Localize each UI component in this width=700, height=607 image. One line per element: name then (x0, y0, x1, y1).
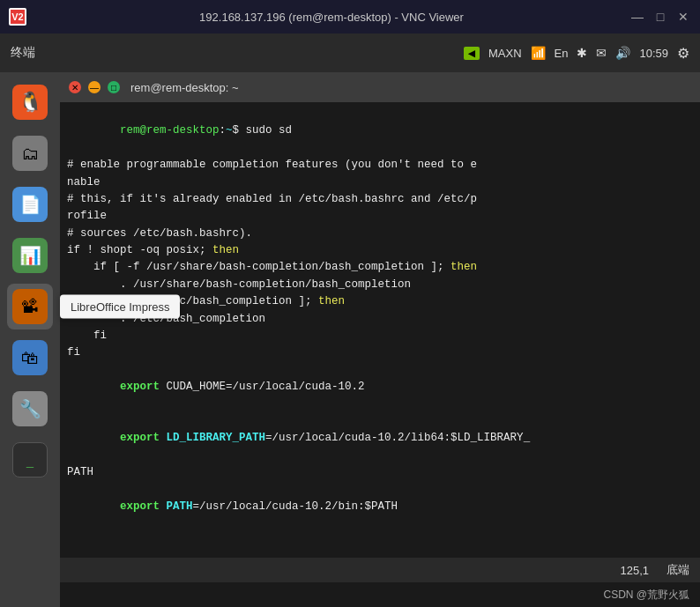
term-line-blank (67, 532, 693, 549)
terminal-status-bar: 125,1 底端 (60, 558, 700, 582)
mail-icon: ✉ (596, 46, 607, 60)
sidebar-item-writer[interactable]: 📄 (7, 181, 53, 227)
sidebar-item-store[interactable]: 🛍 (7, 335, 53, 381)
term-line-prompt: rem@rem-desktop:~$ sudo sd (67, 106, 693, 157)
main-area: 🐧 🗂 📄 📊 📽 LibreOffice Impress 🛍 🔧 _ ✕ (0, 72, 700, 607)
vnc-title-bar: V2 192.168.137.196 (rem@rem-desktop) - V… (0, 0, 700, 33)
terminal-close-btn[interactable]: ✕ (69, 81, 81, 93)
term-line-comment2: nable (67, 174, 693, 191)
taskbar-right: ◀ MAXN 📶 En ✱ ✉ 🔊 10:59 ⚙ (464, 45, 689, 62)
ubuntu-icon: 🐧 (12, 85, 48, 120)
editor-mode: 底端 (666, 562, 689, 578)
wifi-icon: 📶 (531, 46, 546, 60)
term-line-source1: . /usr/share/bash-completion/bash_comple… (67, 277, 693, 293)
store-icon: 🛍 (12, 340, 48, 375)
sidebar-item-settings[interactable]: 🔧 (7, 386, 53, 432)
window-title: 192.168.137.196 (rem@rem-desktop) - VNC … (34, 11, 629, 24)
term-line-if: if ! shopt -oq posix; then (67, 242, 693, 259)
terminal-window: ✕ — □ rem@rem-desktop: ~ rem@rem-desktop… (60, 72, 700, 607)
term-line-fi1: fi (67, 328, 693, 344)
writer-icon: 📄 (12, 187, 48, 222)
term-line-comment3: # this, if it's already enabled in /etc/… (67, 191, 693, 208)
terminal-title-bar: ✕ — □ rem@rem-desktop: ~ (60, 72, 700, 102)
terminal-app-icon: _ (12, 442, 48, 477)
clock: 10:59 (639, 47, 668, 60)
cursor-position: 125,1 (620, 564, 649, 577)
window-controls: — □ ✕ (629, 9, 691, 25)
term-line-ros-source1: source /opt/ros/melodic/setup.bash (67, 550, 693, 558)
terminal-minimize-btn[interactable]: — (88, 81, 101, 93)
term-line-ldpath-cont: PATH (67, 464, 693, 481)
nvidia-text: MAXN (488, 47, 522, 60)
impress-tooltip: LibreOffice Impress (60, 295, 180, 319)
sidebar: 🐧 🗂 📄 📊 📽 LibreOffice Impress 🛍 🔧 _ (0, 72, 60, 607)
minimize-button[interactable]: — (629, 9, 645, 25)
sidebar-item-ubuntu[interactable]: 🐧 (7, 79, 53, 125)
calc-icon: 📊 (12, 238, 48, 273)
watermark-text: CSDN @荒野火狐 (603, 588, 689, 603)
term-line-comment5: # sources /etc/bash.bashrc). (67, 226, 693, 242)
watermark: CSDN @荒野火狐 (60, 582, 700, 607)
maximize-button[interactable]: □ (652, 9, 668, 25)
files-icon: 🗂 (12, 136, 48, 171)
bluetooth-icon: ✱ (577, 46, 587, 60)
sidebar-item-terminal[interactable]: _ (7, 437, 53, 483)
impress-icon: 📽 (12, 289, 48, 324)
ubuntu-taskbar: 终端 ◀ MAXN 📶 En ✱ ✉ 🔊 10:59 ⚙ (0, 33, 700, 72)
vnc-icon: V2 (9, 8, 26, 26)
power-icon[interactable]: ⚙ (677, 45, 689, 62)
term-line-path: export PATH=/usr/local/cuda-10.2/bin:$PA… (67, 481, 693, 532)
term-line-ldpath: export LD_LIBRARY_PATH=/usr/local/cuda-1… (67, 413, 693, 464)
terminal-title: rem@rem-desktop: ~ (130, 81, 239, 94)
sidebar-item-calc[interactable]: 📊 (7, 233, 53, 278)
close-button[interactable]: ✕ (675, 9, 691, 25)
nvidia-logo: ◀ (464, 47, 480, 60)
sidebar-item-files[interactable]: 🗂 (7, 130, 53, 176)
terminal-maximize-btn[interactable]: □ (108, 81, 120, 93)
sidebar-item-impress[interactable]: 📽 LibreOffice Impress (7, 284, 53, 329)
term-line-fi2: fi (67, 344, 693, 361)
term-line-comment1: # enable programmable completion feature… (67, 157, 693, 174)
settings-app-icon: 🔧 (12, 391, 48, 426)
volume-icon: 🔊 (615, 46, 630, 60)
terminal-content[interactable]: rem@rem-desktop:~$ sudo sd # enable prog… (60, 102, 700, 558)
term-line-comment4: rofile (67, 208, 693, 225)
term-line-cuda-home: export CUDA_HOME=/usr/local/cuda-10.2 (67, 362, 693, 413)
taskbar-label: 终端 (11, 45, 35, 61)
lang-indicator[interactable]: En (555, 47, 569, 60)
term-line-if2: if [ -f /usr/share/bash-completion/bash_… (67, 259, 693, 276)
